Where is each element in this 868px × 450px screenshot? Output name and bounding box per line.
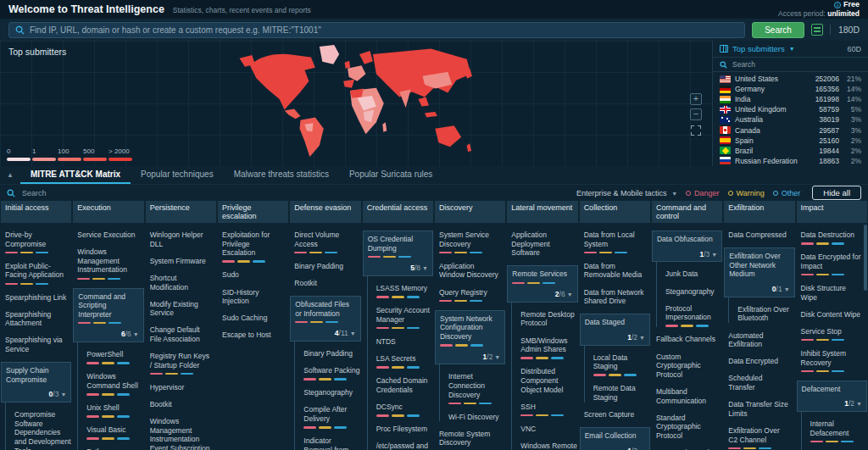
subtechnique-internet-connection-discovery[interactable]: Internet Connection Discovery xyxy=(448,372,505,404)
technique-binary-padding[interactable]: Binary Padding xyxy=(290,262,360,271)
technique-exfiltration-over-c2-channel[interactable]: Exfiltration Over C2 Channel xyxy=(724,426,794,449)
technique-spearphishing-attachment[interactable]: Spearphishing Attachment xyxy=(1,310,71,328)
technique-remote-system-discovery[interactable]: Remote System Discovery xyxy=(435,430,505,450)
fullscreen-icon[interactable] xyxy=(691,125,701,136)
technique-multiband-communication[interactable]: Multiband Communication xyxy=(652,387,722,405)
subtechnique-windows-remote-management[interactable]: Windows Remote Management xyxy=(520,442,577,450)
submitters-dropdown[interactable]: Top submitters xyxy=(732,44,785,53)
subtechnique-software-packing[interactable]: Software Packing xyxy=(303,366,360,381)
technique-disk-structure-wipe[interactable]: Disk Structure Wipe xyxy=(797,284,867,302)
subtechnique-security-account-manager[interactable]: Security Account Manager xyxy=(376,306,433,329)
subtechnique-dcsync[interactable]: DCSync xyxy=(376,403,433,417)
technique-winlogon-helper-dll[interactable]: Winlogon Helper DLL xyxy=(146,231,216,248)
subtechnique-indicator-removal-from-tools[interactable]: Indicator Removal from Tools xyxy=(303,436,360,450)
subtechnique-steganography[interactable]: Steganography xyxy=(665,287,722,297)
search-button[interactable]: Search xyxy=(752,22,804,38)
subtechnique-lsass-memory[interactable]: LSASS Memory xyxy=(376,284,433,298)
technique-exploit-public-facing-application[interactable]: Exploit Public-Facing Application xyxy=(1,262,71,285)
technique-exploitation-for-privilege-escalation[interactable]: Exploitation for Privilege Escalation xyxy=(218,231,288,263)
subtechnique-compromise-software-dependencies-and-development-tools[interactable]: Compromise Software Dependencies and Dev… xyxy=(14,410,71,450)
technique-group-exfiltration-over-other-network-medium[interactable]: Exfiltration Over Other Network Medium0/… xyxy=(724,247,794,297)
subtechnique-cached-domain-credentials[interactable]: Cached Domain Credentials xyxy=(376,376,433,394)
technique-application-window-discovery[interactable]: Application Window Discovery xyxy=(435,262,505,280)
matrix-search-input[interactable] xyxy=(22,189,192,197)
technique-group-data-obfuscation[interactable]: Data Obfuscation1/3▼ xyxy=(652,231,722,262)
country-row[interactable]: Russian Federation188632% xyxy=(713,156,868,166)
global-search-input[interactable] xyxy=(30,25,738,35)
technique-group-data-staged[interactable]: Data Staged1/2▼ xyxy=(580,314,650,345)
technique-spearphishing-via-service[interactable]: Spearphishing via Service xyxy=(1,336,71,353)
subtechnique-protocol-impersonation[interactable]: Protocol Impersonation xyxy=(665,304,722,327)
country-row[interactable]: India16199814% xyxy=(713,94,868,104)
subtechnique-distributed-component-object-model[interactable]: Distributed Component Object Model xyxy=(520,367,577,394)
technique-data-from-local-system[interactable]: Data from Local System xyxy=(580,231,650,253)
subtechnique-vnc[interactable]: VNC xyxy=(520,425,577,434)
global-search-box[interactable] xyxy=(8,22,745,38)
country-row[interactable]: Germany16535614% xyxy=(713,84,868,94)
subtechnique-powershell[interactable]: PowerShell xyxy=(86,350,143,364)
country-row[interactable]: United Kingdom587595% xyxy=(713,104,868,114)
technique-automated-exfiltration[interactable]: Automated Exfiltration xyxy=(724,331,794,349)
subtechnique-local-data-staging[interactable]: Local Data Staging xyxy=(593,353,650,376)
subtechnique-junk-data[interactable]: Junk Data xyxy=(665,269,722,279)
technique-custom-cryptographic-protocol[interactable]: Custom Cryptographic Protocol xyxy=(652,353,722,380)
technique-escape-to-host[interactable]: Escape to Host xyxy=(218,331,288,340)
technique-data-encrypted-for-impact[interactable]: Data Encrypted for Impact xyxy=(797,253,867,275)
zoom-in-button[interactable]: + xyxy=(690,93,702,105)
technique-screen-capture[interactable]: Screen Capture xyxy=(580,410,650,419)
technique-data-encrypted[interactable]: Data Encrypted xyxy=(724,357,794,366)
subtechnique-visual-basic[interactable]: Visual Basic xyxy=(86,425,143,440)
tab-malware-threats-statistics[interactable]: Malware threats statistics xyxy=(224,166,339,184)
technique-change-default-file-association[interactable]: Change Default File Association xyxy=(146,325,216,343)
saved-requests-icon[interactable] xyxy=(811,24,823,36)
tactics-filter-dropdown[interactable]: Enterprise & Mobile tactics ▼ xyxy=(576,189,677,197)
subtechnique-unix-shell[interactable]: Unix Shell xyxy=(86,403,143,418)
subtechnique-binary-padding[interactable]: Binary Padding xyxy=(303,349,360,358)
technique-group-command-and-scripting-interpreter[interactable]: Command and Scripting Interpreter6/6▼ xyxy=(73,288,143,343)
chevron-down-icon[interactable]: ▼ xyxy=(789,46,795,52)
subtechnique-ssh[interactable]: SSH xyxy=(520,403,577,417)
zoom-out-button[interactable]: − xyxy=(690,108,702,120)
technique-rootkit[interactable]: Rootkit xyxy=(290,279,360,288)
technique-spearphishing-link[interactable]: Spearphishing Link xyxy=(1,293,71,303)
technique-application-deployment-software[interactable]: Application Deployment Software xyxy=(507,231,577,258)
technique-group-obfuscated-files-or-information[interactable]: Obfuscated Files or Information4/11▼ xyxy=(290,296,360,342)
subtechnique-compile-after-delivery[interactable]: Compile After Delivery xyxy=(303,405,360,428)
collapse-caret-icon[interactable]: ▲ xyxy=(7,171,14,179)
subtechnique-etc-passwd-and-etc-shadow[interactable]: /etc/passwd and /etc/shadow xyxy=(376,442,433,450)
technique-drive-by-compromise[interactable]: Drive-by Compromise xyxy=(1,231,71,253)
tab-popular-suricata-rules[interactable]: Popular Suricata rules xyxy=(339,166,442,184)
technique-service-execution[interactable]: Service Execution xyxy=(73,231,143,240)
technique-bootkit[interactable]: Bootkit xyxy=(146,400,216,409)
country-row[interactable]: Brazil198442% xyxy=(713,146,868,156)
subtechnique-remote-data-staging[interactable]: Remote Data Staging xyxy=(593,384,650,402)
technique-system-service-discovery[interactable]: System Service Discovery xyxy=(435,231,505,253)
country-row[interactable]: Spain251602% xyxy=(713,136,868,146)
subtechnique-wi-fi-discovery[interactable]: Wi-Fi Discovery xyxy=(448,413,505,422)
country-row[interactable]: Canada295873% xyxy=(713,125,868,135)
subtechnique-lsa-secrets[interactable]: LSA Secrets xyxy=(376,354,433,369)
technique-query-registry[interactable]: Query Registry xyxy=(435,288,505,303)
technique-scheduled-transfer[interactable]: Scheduled Transfer xyxy=(724,374,794,392)
tab-popular-techniques[interactable]: Popular techniques xyxy=(131,166,224,184)
technique-data-transfer-size-limits[interactable]: Data Transfer Size Limits xyxy=(724,400,794,418)
tab-mitre-att-ck-matrix[interactable]: MITRE ATT&CK Matrix xyxy=(20,166,131,184)
submitters-search-input[interactable] xyxy=(732,60,861,69)
technique-shortcut-modification[interactable]: Shortcut Modification xyxy=(146,274,216,292)
subtechnique-smb-windows-admin-shares[interactable]: SMB/Windows Admin Shares xyxy=(520,336,577,359)
subtechnique-windows-command-shell[interactable]: Windows Command Shell xyxy=(86,372,143,395)
country-row[interactable]: United States25200621% xyxy=(713,74,868,84)
technique-group-supply-chain-compromise[interactable]: Supply Chain Compromise0/3▼ xyxy=(1,362,71,403)
technique-sudo-caching[interactable]: Sudo Caching xyxy=(218,314,288,323)
severity-toggle-danger[interactable]: Danger xyxy=(686,189,720,197)
technique-data-from-removable-media[interactable]: Data from Removable Media xyxy=(580,262,650,280)
technique-sudo[interactable]: Sudo xyxy=(218,270,288,280)
subtechnique-exfiltration-over-bluetooth[interactable]: Exfiltration Over Bluetooth xyxy=(737,305,794,323)
technique-group-os-credential-dumping[interactable]: OS Credential Dumping5/8▼ xyxy=(363,231,433,276)
technique-data-from-network-shared-drive[interactable]: Data from Network Shared Drive xyxy=(580,288,650,306)
technique-group-remote-services[interactable]: Remote Services2/6▼ xyxy=(507,265,577,302)
subtechnique-internal-defacement[interactable]: Internal Defacement xyxy=(810,419,867,442)
subtechnique-proc-filesystem[interactable]: Proc Filesystem xyxy=(376,425,433,434)
submitters-search[interactable] xyxy=(713,58,868,72)
technique-sid-history-injection[interactable]: SID-History Injection xyxy=(218,288,288,306)
